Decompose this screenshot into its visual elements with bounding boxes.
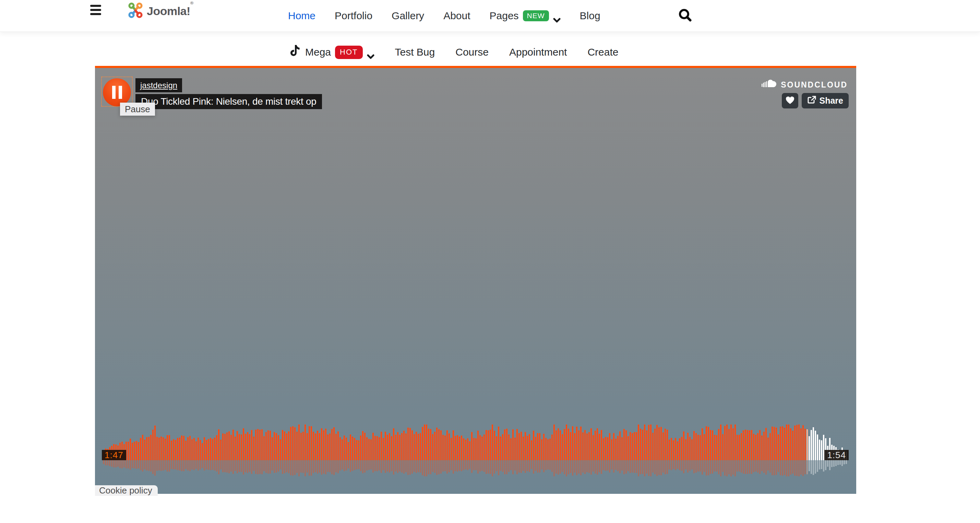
waveform-bar [412, 431, 413, 460]
submenu-item-create[interactable]: Create [587, 46, 618, 58]
waveform-bar [459, 437, 460, 460]
waveform-bar [422, 427, 423, 460]
submenu-badge-hot: HOT [335, 46, 363, 59]
waveform-bar [722, 434, 724, 460]
artist-link[interactable]: jastdesign [140, 81, 177, 90]
nav-item-home[interactable]: Home [288, 10, 315, 22]
waveform-bar [693, 431, 695, 460]
waveform-bar [667, 430, 668, 460]
waveform-reflection-bar [261, 460, 262, 474]
secondary-navigation: Mega HOT Test Bug Course Appointment Cre… [290, 38, 618, 66]
waveform-bar [782, 426, 783, 460]
waveform-bar [214, 438, 215, 460]
waveform-bar [712, 431, 713, 460]
nav-item-about[interactable]: About [443, 10, 470, 22]
waveform-reflection-bar [706, 460, 707, 476]
waveform-reflection-bar [336, 460, 337, 472]
waveform-bar [543, 434, 544, 460]
waveform-bar [415, 432, 417, 460]
track-title[interactable]: Duo Tickled Pink: Nielsen, de mist trekt… [141, 96, 317, 107]
waveform-bar [284, 431, 285, 460]
waveform-reflection-bar [231, 460, 232, 472]
waveform-reflection-bar [611, 460, 612, 469]
waveform-bar [228, 431, 230, 460]
search-button[interactable] [676, 7, 694, 25]
cookie-policy-link[interactable]: Cookie policy [95, 485, 158, 496]
waveform-reflection-bar [558, 460, 559, 475]
waveform-reflection-bar [827, 460, 829, 467]
waveform-reflection-bar [158, 460, 160, 470]
waveform-bar [405, 434, 407, 460]
waveform-reflection-bar [450, 460, 452, 470]
waveform-bar [409, 428, 411, 460]
submenu-item-mega[interactable]: Mega HOT [290, 44, 374, 61]
waveform-reflection-bar [224, 460, 226, 472]
waveform-bar [428, 429, 429, 460]
waveform-bar [738, 435, 740, 460]
waveform-bar [414, 434, 415, 460]
waveform-reflection-bar [790, 460, 791, 475]
waveform-reflection-bar [105, 460, 106, 466]
waveform-reflection-bar [181, 460, 183, 471]
pause-button[interactable] [103, 78, 131, 106]
waveform-bar [551, 434, 553, 460]
waveform-reflection-bar [220, 460, 221, 469]
waveform-reflection-bar [453, 460, 454, 474]
waveform-bar [773, 427, 775, 460]
waveform-bar [761, 435, 763, 460]
joomla-logo[interactable]: Joomla!® [127, 2, 193, 20]
waveform-bar [751, 430, 752, 460]
waveform-bar [656, 425, 658, 460]
nav-item-portfolio[interactable]: Portfolio [335, 10, 372, 22]
waveform-bar [317, 431, 318, 460]
waveform-bar [358, 440, 360, 460]
waveform-bar [206, 440, 207, 460]
waveform-bar [132, 443, 133, 460]
waveform-bar [654, 429, 655, 460]
submenu-item-appointment[interactable]: Appointment [509, 46, 567, 58]
waveform-bar [683, 431, 684, 460]
waveform-reflection-bar [193, 460, 195, 470]
waveform-reflection-bar [735, 460, 736, 476]
waveform-seek-area[interactable] [103, 424, 847, 460]
submenu-item-course[interactable]: Course [455, 46, 488, 58]
waveform-bar [154, 426, 156, 460]
share-icon [807, 96, 816, 106]
soundcloud-brand[interactable]: SOUNDCLOUD [762, 79, 848, 91]
like-button[interactable] [782, 93, 798, 108]
nav-item-blog[interactable]: Blog [580, 10, 600, 22]
waveform-bar [562, 434, 563, 460]
waveform-bar [401, 433, 402, 460]
waveform-bar [689, 437, 690, 460]
waveform-reflection-bar [284, 460, 285, 473]
waveform-bar [592, 435, 594, 460]
waveform-reflection-bar [263, 460, 265, 471]
waveform-reflection-bar [436, 460, 438, 475]
nav-item-pages[interactable]: Pages NEW [490, 10, 561, 22]
waveform-reflection-bar [846, 460, 847, 464]
waveform-bar [259, 430, 261, 460]
waveform-bar [648, 425, 649, 460]
nav-item-gallery[interactable]: Gallery [391, 10, 424, 22]
waveform-reflection-bar [492, 460, 493, 476]
waveform-reflection-bar [780, 460, 781, 475]
waveform-bar [625, 431, 627, 460]
hamburger-menu-button[interactable] [90, 5, 102, 16]
waveform-bar [613, 433, 614, 460]
waveform-bar [331, 429, 332, 460]
waveform-bar [724, 426, 725, 460]
waveform-reflection-bar [720, 460, 721, 476]
share-button[interactable]: Share [802, 93, 849, 108]
waveform-reflection [103, 460, 847, 481]
waveform-reflection-bar [156, 460, 158, 471]
waveform-reflection-bar [348, 460, 349, 469]
waveform-reflection-bar [278, 460, 279, 472]
submenu-item-test-bug[interactable]: Test Bug [395, 46, 435, 58]
waveform-bar [529, 434, 530, 460]
waveform-bar [380, 432, 382, 460]
waveform-reflection-bar [700, 460, 701, 472]
waveform-reflection-bar [479, 460, 481, 472]
waveform-reflection-bar [333, 460, 335, 475]
waveform-reflection-bar [586, 460, 588, 472]
waveform-reflection-bar [662, 460, 664, 472]
